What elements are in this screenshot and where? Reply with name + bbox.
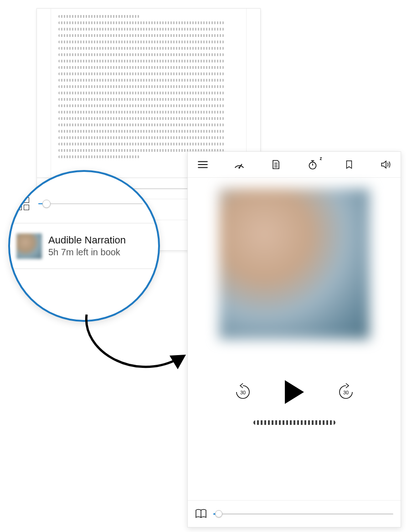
reader-progress-slider[interactable]	[38, 203, 143, 204]
contents-icon[interactable]	[269, 158, 283, 171]
narration-title: Audible Narration	[48, 235, 126, 246]
player-toolbar: z	[188, 152, 401, 178]
svg-point-1	[238, 167, 240, 169]
chapter-title-placeholder	[253, 420, 335, 425]
skip-back-button[interactable]: 30	[233, 382, 253, 402]
player-footer	[188, 500, 401, 527]
speed-icon[interactable]	[232, 158, 246, 171]
svg-text:30: 30	[343, 390, 348, 395]
narration-time-left: 5h 7m left in book	[48, 247, 126, 258]
sleep-timer-icon[interactable]: z	[306, 158, 319, 171]
svg-text:30: 30	[240, 390, 245, 395]
menu-icon[interactable]	[196, 158, 210, 171]
play-button[interactable]	[285, 380, 304, 404]
zoom-lens: Audible Narration 5h 7m left in book	[8, 170, 160, 322]
skip-forward-button[interactable]: 30	[336, 382, 356, 402]
volume-icon[interactable]	[379, 158, 392, 171]
reader-margin-left	[37, 9, 51, 177]
audiobook-player: z 30	[187, 151, 401, 527]
bookmark-icon[interactable]	[342, 158, 356, 171]
svg-point-2	[309, 162, 316, 169]
book-cover-thumbnail	[16, 233, 42, 259]
book-cover	[219, 189, 370, 339]
grid-view-icon[interactable]	[16, 197, 29, 210]
playback-progress-slider[interactable]	[213, 513, 393, 515]
audible-narration-row[interactable]: Audible Narration 5h 7m left in book	[10, 223, 158, 269]
arrow-icon	[77, 310, 191, 383]
reading-view-icon[interactable]	[195, 509, 207, 519]
